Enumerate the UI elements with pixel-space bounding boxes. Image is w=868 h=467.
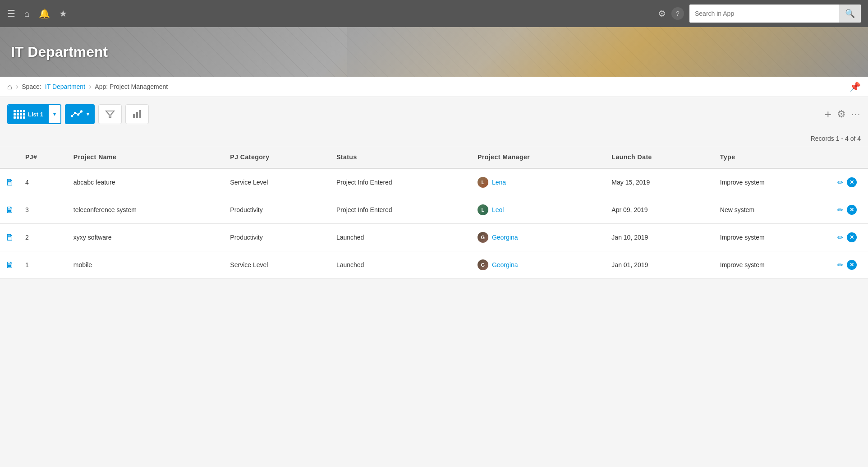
document-icon: 🗎 xyxy=(5,232,14,242)
row-launch-date: Apr 09, 2019 xyxy=(606,196,714,224)
table-container: PJ# Project Name PJ Category Status Proj… xyxy=(0,146,868,279)
row-pj-num: 1 xyxy=(20,251,68,279)
action-cell: ✏ ✕ xyxy=(837,260,863,270)
col-actions xyxy=(832,146,868,168)
toolbar: List 1 ▾ ▾ + ⚙ ··· xyxy=(0,97,868,131)
col-type[interactable]: Type xyxy=(715,146,832,168)
breadcrumb-app-text: App: Project Management xyxy=(95,83,168,90)
action-cell: ✏ ✕ xyxy=(837,177,863,187)
chart-button[interactable] xyxy=(125,104,149,124)
filter-icon xyxy=(105,109,115,119)
manager-link[interactable]: Leol xyxy=(492,206,504,213)
banner-overlay xyxy=(347,27,868,77)
manager-cell: L Lena xyxy=(478,177,601,188)
breadcrumb-bar: ⌂ › Space: IT Department › App: Project … xyxy=(0,77,868,97)
row-launch-date: Jan 10, 2019 xyxy=(606,224,714,251)
avatar: L xyxy=(478,177,488,188)
row-doc-icon[interactable]: 🗎 xyxy=(0,196,20,224)
delete-button[interactable]: ✕ xyxy=(847,205,857,215)
row-pj-category: Productivity xyxy=(225,196,331,224)
delete-button[interactable]: ✕ xyxy=(847,177,857,187)
row-project-name: abcabc feature xyxy=(68,168,225,196)
row-type: New system xyxy=(715,196,832,224)
manager-link[interactable]: Georgina xyxy=(492,234,518,241)
help-icon[interactable]: ? xyxy=(671,7,684,20)
filter-button[interactable] xyxy=(98,104,122,124)
edit-button[interactable]: ✏ xyxy=(837,261,843,269)
manager-link[interactable]: Georgina xyxy=(492,261,518,268)
top-navigation: ☰ ⌂ 🔔 ★ ⚙ ? 🔍 xyxy=(0,0,868,27)
col-launch-date[interactable]: Launch Date xyxy=(606,146,714,168)
row-pj-category: Service Level xyxy=(225,168,331,196)
edit-button[interactable]: ✏ xyxy=(837,178,843,187)
row-type: Improve system xyxy=(715,168,832,196)
action-cell: ✏ ✕ xyxy=(837,205,863,215)
row-status: Project Info Entered xyxy=(331,168,472,196)
row-project-name: xyxy software xyxy=(68,224,225,251)
manager-link[interactable]: Lena xyxy=(492,179,506,186)
action-cell: ✏ ✕ xyxy=(837,232,863,242)
menu-icon[interactable]: ☰ xyxy=(7,8,15,19)
row-doc-icon[interactable]: 🗎 xyxy=(0,251,20,279)
row-type: Improve system xyxy=(715,251,832,279)
col-project-manager[interactable]: Project Manager xyxy=(472,146,606,168)
row-pj-category: Productivity xyxy=(225,224,331,251)
avatar: G xyxy=(478,232,488,243)
row-doc-icon[interactable]: 🗎 xyxy=(0,224,20,251)
add-button[interactable]: + xyxy=(825,107,831,121)
svg-rect-10 xyxy=(139,110,141,118)
list-dropdown-arrow[interactable]: ▾ xyxy=(49,105,60,123)
search-button[interactable]: 🔍 xyxy=(839,5,861,23)
svg-rect-8 xyxy=(133,114,135,118)
breadcrumb-space-link[interactable]: IT Department xyxy=(45,83,85,90)
row-pj-num: 4 xyxy=(20,168,68,196)
nav-left: ☰ ⌂ 🔔 ★ xyxy=(7,8,649,19)
edit-button[interactable]: ✏ xyxy=(837,233,843,242)
row-actions: ✏ ✕ xyxy=(832,168,868,196)
table-row: 🗎 2 xyxy software Productivity Launched … xyxy=(0,224,868,251)
banner: IT Department xyxy=(0,27,868,77)
delete-button[interactable]: ✕ xyxy=(847,232,857,242)
list-label: List 1 xyxy=(28,111,43,118)
list-selector[interactable]: List 1 ▾ xyxy=(7,104,61,124)
bell-icon[interactable]: 🔔 xyxy=(39,8,50,19)
row-status: Launched xyxy=(331,251,472,279)
row-launch-date: May 15, 2019 xyxy=(606,168,714,196)
row-pj-category: Service Level xyxy=(225,251,331,279)
pin-icon[interactable]: 📌 xyxy=(850,81,861,92)
manager-cell: G Georgina xyxy=(478,232,601,243)
banner-title: IT Department xyxy=(0,44,119,60)
col-pj-category[interactable]: PJ Category xyxy=(225,146,331,168)
records-count-text: Records 1 - 4 of 4 xyxy=(811,135,861,142)
col-project-name[interactable]: Project Name xyxy=(68,146,225,168)
delete-button[interactable]: ✕ xyxy=(847,260,857,270)
more-button[interactable]: ··· xyxy=(851,110,861,119)
chart-icon xyxy=(132,109,142,119)
graph-button[interactable]: ▾ xyxy=(65,104,95,124)
avatar: G xyxy=(478,259,488,270)
row-type: Improve system xyxy=(715,224,832,251)
gear-icon[interactable]: ⚙ xyxy=(658,8,666,19)
row-project-manager: L Leol xyxy=(472,196,606,224)
col-pj-num[interactable]: PJ# xyxy=(20,146,68,168)
edit-button[interactable]: ✏ xyxy=(837,206,843,214)
row-pj-num: 3 xyxy=(20,196,68,224)
settings-button[interactable]: ⚙ xyxy=(837,108,846,120)
home-icon[interactable]: ⌂ xyxy=(24,9,30,19)
row-doc-icon[interactable]: 🗎 xyxy=(0,168,20,196)
svg-marker-7 xyxy=(106,111,114,118)
manager-cell: L Leol xyxy=(478,204,601,215)
row-launch-date: Jan 01, 2019 xyxy=(606,251,714,279)
svg-rect-9 xyxy=(136,112,138,118)
row-project-manager: G Georgina xyxy=(472,224,606,251)
nav-right: ⚙ ? 🔍 xyxy=(658,5,861,23)
document-icon: 🗎 xyxy=(5,260,14,270)
row-project-name: mobile xyxy=(68,251,225,279)
breadcrumb-home[interactable]: ⌂ xyxy=(7,82,12,92)
row-status: Project Info Entered xyxy=(331,196,472,224)
col-status[interactable]: Status xyxy=(331,146,472,168)
star-icon[interactable]: ★ xyxy=(59,8,67,19)
search-input[interactable] xyxy=(689,6,839,21)
list-icon-part[interactable]: List 1 xyxy=(8,105,49,123)
document-icon: 🗎 xyxy=(5,177,14,187)
